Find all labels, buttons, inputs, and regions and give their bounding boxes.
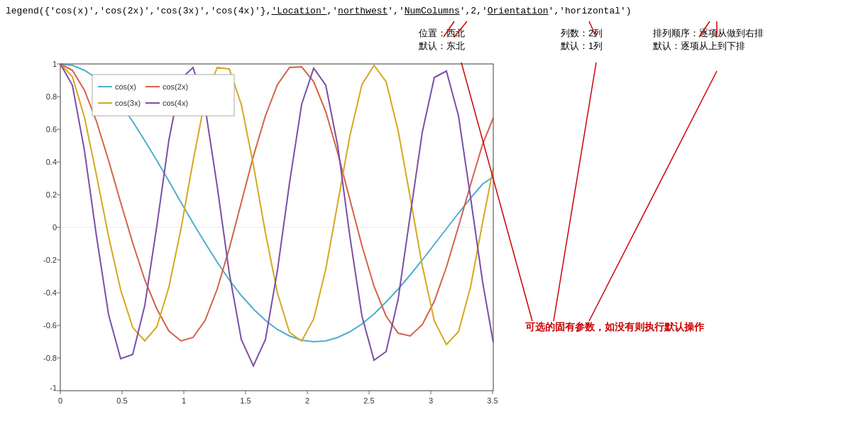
code-text: legend({'cos(x)','cos(2x)','cos(3x)','co…: [6, 6, 632, 16]
numcols-annotation: 列数：2列 默认：1列: [561, 27, 603, 53]
orientation-underline: Orientation: [488, 6, 549, 16]
page-container: legend({'cos(x)','cos(2x)','cos(3x)','co…: [0, 0, 868, 439]
svg-text:0: 0: [58, 396, 62, 405]
numcols-main: 列数：2列: [561, 27, 603, 40]
location-default: 默认：东北: [419, 40, 465, 53]
svg-text:-0.8: -0.8: [43, 354, 57, 362]
svg-rect-41: [92, 75, 234, 116]
svg-text:2: 2: [305, 396, 309, 405]
svg-text:-0.2: -0.2: [43, 256, 57, 264]
svg-text:0: 0: [53, 223, 57, 232]
svg-text:0.5: 0.5: [116, 396, 127, 405]
northwest-underline: northwest: [338, 6, 388, 16]
location-underline: 'Location': [271, 6, 326, 16]
svg-text:3: 3: [429, 396, 433, 405]
svg-text:cos(4x): cos(4x): [163, 99, 188, 107]
svg-line-57: [554, 63, 596, 321]
svg-text:0.8: 0.8: [46, 92, 57, 101]
svg-text:cos(3x): cos(3x): [115, 99, 141, 107]
svg-text:1: 1: [182, 396, 186, 405]
orientation-annotation: 排列顺序：逐项从做到右排 默认：逐项从上到下排: [653, 27, 764, 53]
numcols-default: 默认：1列: [561, 40, 603, 53]
location-main: 位置：西北: [419, 27, 465, 40]
svg-text:cos(2x): cos(2x): [163, 82, 188, 91]
svg-text:3.5: 3.5: [487, 396, 498, 405]
orientation-default: 默认：逐项从上到下排: [653, 40, 764, 53]
svg-text:-0.4: -0.4: [43, 288, 57, 297]
orientation-main: 排列顺序：逐项从做到右排: [653, 27, 764, 40]
svg-line-58: [589, 71, 717, 321]
svg-text:0.6: 0.6: [46, 125, 57, 134]
svg-text:1: 1: [53, 60, 57, 68]
svg-text:-0.6: -0.6: [43, 321, 57, 330]
svg-text:1.5: 1.5: [240, 396, 251, 405]
chart-svg: 1 0.8 0.6 0.4 0.2 0 -0.2 -0.4 -0.6 -0.8 …: [21, 60, 504, 423]
bottom-note: 可选的固有参数，如没有则执行默认操作: [525, 321, 704, 334]
svg-text:-1: -1: [50, 384, 57, 392]
svg-text:0.2: 0.2: [46, 190, 57, 199]
location-annotation: 位置：西北 默认：东北: [419, 27, 465, 53]
svg-text:cos(x): cos(x): [115, 82, 136, 91]
svg-text:2.5: 2.5: [363, 396, 374, 405]
numcols-underline: NumColumns: [405, 6, 460, 16]
chart-container: 1 0.8 0.6 0.4 0.2 0 -0.2 -0.4 -0.6 -0.8 …: [21, 60, 504, 423]
code-line: legend({'cos(x)','cos(2x)','cos(3x)','co…: [6, 6, 632, 16]
svg-text:0.4: 0.4: [46, 158, 57, 166]
